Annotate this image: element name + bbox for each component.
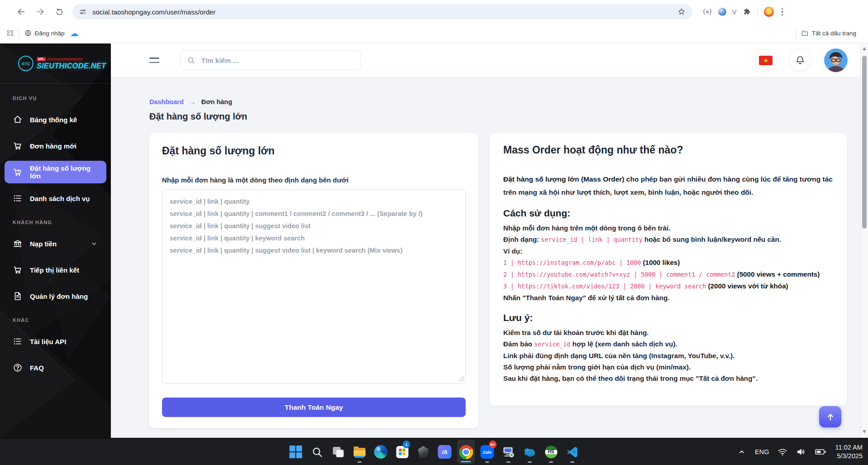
sidebar-item[interactable]: Tài liệu API [5, 330, 106, 353]
running-indicator [549, 461, 553, 463]
search-box[interactable] [180, 50, 361, 70]
url-text[interactable]: social.taoshopngay.com/user/mass/order [92, 8, 215, 16]
page-viewport: STC APL SIEUTHICODE.NET DỊCH VỤBảng thốn… [0, 43, 868, 438]
v-extension-icon[interactable]: V [732, 8, 737, 16]
braces-extension-icon[interactable]: {≡} [702, 9, 712, 15]
taskbar-ia-icon[interactable]: /A [436, 440, 453, 464]
scrollbar-thumb[interactable] [862, 56, 867, 229]
sidebar-item[interactable]: Tiếp thị liên kết [5, 259, 106, 281]
edge-glyph [374, 445, 388, 459]
taskbar-zalo-icon[interactable]: Zalo5+ [479, 440, 496, 464]
system-tray: ENG 11:02 AM 5/3/2025 [737, 438, 868, 465]
battery-icon[interactable] [815, 446, 826, 458]
all-bookmarks-button[interactable]: Tất cả dấu trang [801, 29, 856, 37]
apps-grid-icon[interactable] [7, 30, 13, 36]
browser-menu-icon[interactable] [780, 6, 785, 18]
sidebar-item-label: Đặt hàng số lượng lớn [30, 164, 98, 180]
taskbar-remote-desktop-icon[interactable] [500, 440, 517, 464]
cart-icon [13, 265, 23, 275]
logo-site-name: SIEUTHICODE.NET [37, 62, 106, 70]
language-flag-button[interactable]: ★ [755, 50, 776, 71]
running-indicator [461, 461, 471, 462]
sidebar-item-label: Bảng thống kê [30, 116, 77, 124]
clock-time: 11:02 AM [835, 443, 863, 452]
taskbar-chrome-icon[interactable] [458, 440, 475, 464]
hidden-icons-chevron-icon[interactable] [737, 447, 746, 456]
taskbar-start-icon[interactable] [287, 440, 305, 464]
help-line: 3 | https://tiktok.com/video/123 | 2000 … [503, 280, 833, 292]
user-avatar[interactable] [824, 48, 848, 72]
taskbar-task-view-icon[interactable] [330, 440, 347, 464]
browser-reload-button[interactable] [52, 4, 67, 19]
sidebar-item[interactable]: Đặt hàng số lượng lớn [5, 161, 106, 183]
taskbar-explorer-icon[interactable] [351, 440, 368, 464]
home-icon [13, 115, 23, 125]
sidebar-item[interactable]: Bảng thống kê [5, 108, 106, 131]
text-segment: Kiểm tra số dư tài khoản trước khi đặt h… [503, 329, 649, 336]
page-title: Đặt hàng số lượng lớn [149, 111, 860, 122]
sidebar-logo[interactable]: STC APL SIEUTHICODE.NET [0, 43, 111, 84]
bookmark-login-label: Đăng nhập [35, 30, 65, 37]
breadcrumb: Dashboard → Đơn hàng [149, 98, 860, 105]
file-icon [13, 291, 23, 301]
code-snippet: service_id [534, 341, 570, 348]
text-segment: Ví dụ: [503, 247, 522, 255]
scroll-to-top-button[interactable] [819, 406, 841, 427]
browser-back-button[interactable] [14, 4, 29, 19]
sidebar-item[interactable]: Quản lý đơn hàng [5, 285, 106, 307]
language-indicator[interactable]: ENG [755, 448, 769, 455]
text-segment: Đặt hàng số lượng lớn (Mass Order) [503, 175, 625, 183]
address-bar[interactable]: social.taoshopngay.com/user/mass/order [72, 4, 692, 19]
scrollbar-up-arrow[interactable] [863, 47, 866, 50]
pay-now-button[interactable]: Thanh Toán Ngay [162, 398, 466, 417]
taskbar-vscode-icon[interactable] [564, 440, 581, 464]
running-indicator [485, 461, 489, 463]
search-input[interactable] [200, 56, 354, 65]
puzzle-extensions-icon[interactable] [743, 7, 752, 16]
pgadmin-glyph [523, 445, 537, 459]
help-line: Số lượng phải nằm trong giới hạn của dịc… [503, 361, 833, 373]
taskbar-pgadmin-icon[interactable] [521, 440, 539, 464]
menu-toggle-icon[interactable] [149, 58, 159, 63]
taskbar-epic-icon[interactable] [415, 440, 432, 464]
cart-plus-icon [13, 167, 23, 177]
sidebar-item[interactable]: FAQ [5, 356, 106, 379]
taskbar-store-icon[interactable]: 1 [394, 440, 411, 464]
taskbar-clock[interactable]: 11:02 AM 5/3/2025 [835, 443, 863, 460]
sidebar-item[interactable]: Nạp tiền [5, 232, 106, 255]
sidebar-item-label: Tiếp thị liên kết [30, 266, 79, 274]
taskbar-search-icon[interactable] [309, 440, 326, 464]
usage-lines: Nhập mỗi đơn hàng trên một dòng trong ô … [503, 222, 833, 303]
site-settings-icon[interactable] [79, 8, 87, 16]
notifications-button[interactable] [790, 50, 811, 71]
page-scrollbar[interactable] [860, 43, 868, 438]
chevron-down-icon [90, 240, 98, 248]
taskbar-heidisql-icon[interactable]: HS [543, 440, 560, 464]
orders-textarea[interactable] [162, 189, 466, 384]
bank-icon [13, 239, 23, 249]
sidebar-item[interactable]: Đơn hàng mới [5, 134, 106, 157]
browser-forward-button[interactable] [33, 4, 48, 19]
bookmark-login[interactable]: Đăng nhập [24, 29, 65, 37]
help-line: Link phải đúng định dạng URL của nền tản… [503, 350, 833, 361]
idm-extension-icon[interactable]: S [764, 7, 774, 17]
bookmark-star-icon[interactable] [677, 7, 686, 16]
sidebar-item-label: Danh sách dịch vụ [30, 195, 90, 202]
volume-icon[interactable] [796, 447, 806, 457]
sidebar-section-label: KHÁCH HÀNG [5, 213, 106, 229]
code-snippet: 3 | https://tiktok.com/video/123 | 2000 … [503, 283, 706, 290]
taskbar-edge-icon[interactable] [372, 440, 390, 464]
sidebar-item[interactable]: Danh sách dịch vụ [5, 187, 106, 210]
sidebar-item-label: Đơn hàng mới [30, 142, 76, 150]
cloud-bookmark-icon[interactable]: ☁ [70, 29, 79, 38]
notes-heading: Lưu ý: [503, 312, 833, 323]
mass-order-form-card: Đặt hàng số lượng lớn Nhập mỗi đơn hàng … [149, 133, 478, 428]
breadcrumb-dashboard-link[interactable]: Dashboard [149, 98, 184, 105]
text-segment: Link phải đúng định dạng URL của nền tản… [503, 352, 734, 360]
wifi-icon[interactable] [777, 447, 787, 457]
globe-extension-icon[interactable] [718, 8, 726, 16]
text-segment: Số lượng phải nằm trong giới hạn của dịc… [503, 363, 691, 371]
help-line: Nhập mỗi đơn hàng trên một dòng trong ô … [503, 222, 833, 234]
scrollbar-down-arrow[interactable] [863, 430, 866, 433]
breadcrumb-arrow: → [189, 98, 196, 105]
